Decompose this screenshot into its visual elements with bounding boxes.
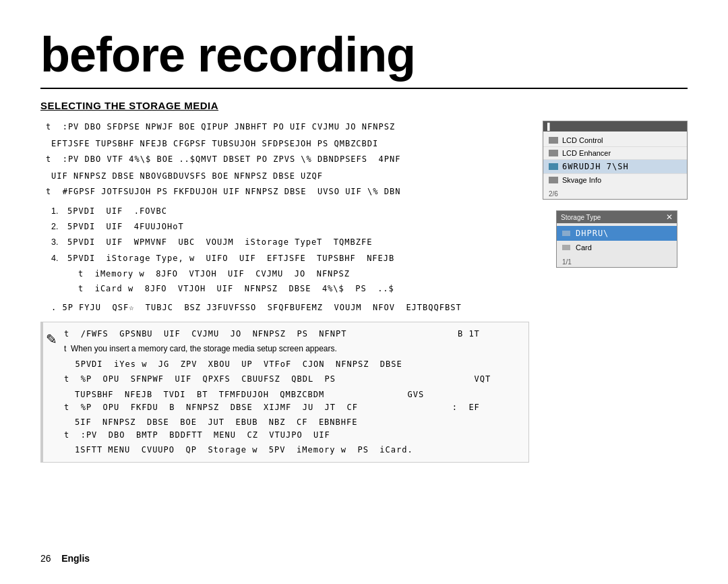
panel-header-icon: ▌ — [547, 123, 552, 130]
step-5-line: . 5P FYJU QSF☆ TUBJC BSZ J3FUVFSSO SFQFB… — [40, 301, 529, 314]
note-item-1: t /FWFS GPSNBU UIF CVJMU JO NFNPSZ PS NF… — [64, 328, 491, 341]
storage-info-label: Skvage Info — [562, 176, 601, 184]
note-item-6: t :PV DBO BMTP BDDFTT MENU CZ VTUJPO UIF — [64, 429, 491, 442]
storage-type-label: 6WRUDJH 7\SH — [562, 162, 629, 171]
note-item-5b: 5IF NFNPSZ DBSE BOE JUT EBUB NBZ CF EBNB… — [64, 416, 491, 429]
note-item-4b: TUPSBHF NFEJB TVDI BT TFMFDUJOH QMBZCBDM… — [64, 388, 491, 401]
menu-panel: ▌ LCD Control LCD Enhancer 6WRUDJH 7\SH — [543, 121, 688, 200]
footer-language: Englis — [61, 553, 90, 564]
popup-row-card[interactable]: Card — [557, 241, 677, 254]
popup-title: Storage Type — [561, 214, 601, 221]
bullet-item-2: t :PV DBO VTF 4%\$ BOE ..$QMVT DBSET PO … — [40, 153, 529, 166]
lcd-enhancer-label: LCD Enhancer — [562, 149, 611, 157]
numbered-list: 1. 5PVDI UIF .FOVBC 2. 5PVDI UIF 4FUUJOH… — [51, 205, 529, 295]
storage-info-indicator — [549, 177, 558, 183]
step-5-text: . 5P FYJU QSF☆ TUBJC BSZ J3FUVFSSO SFQFB… — [51, 303, 462, 312]
note-item-3: 5PVDI iYes w JG ZPV XBOU UP VTFoF CJON N… — [64, 358, 491, 371]
right-panels-wrapper: ▌ LCD Control LCD Enhancer 6WRUDJH 7\SH — [543, 121, 688, 463]
numbered-item-4: 4. 5PVDI iStorage Type, w UIFO UIF EFTJS… — [51, 252, 529, 265]
footer-page-num: 26 — [40, 553, 51, 564]
text-column: t :PV DBO SFDPSE NPWJF BOE QIPUP JNBHFT … — [40, 121, 529, 463]
memory-label: DHPRU\ — [576, 229, 609, 238]
lcd-enhancer-indicator — [549, 150, 558, 156]
memory-indicator — [562, 231, 570, 236]
sub-text-1: t iMemory w 8JFO VTJOH UIF CVJMU JO NFNP… — [78, 268, 350, 281]
lcd-control-indicator — [549, 137, 558, 144]
title-divider — [40, 88, 688, 89]
note-content: t /FWFS GPSNBU UIF CVJMU JO NFNPSZ PS NF… — [64, 328, 491, 457]
bullet-text-3: t #FGPSF JOTFSUJOH PS FKFDUJOH UIF NFNPS… — [46, 185, 400, 198]
sub-item-1: t iMemory w 8JFO VTJOH UIF CVJMU JO NFNP… — [51, 268, 529, 281]
card-indicator — [562, 245, 570, 250]
sub-text-2: t iCard w 8JFO VTJOH UIF NFNPSZ DBSE 4%\… — [78, 283, 394, 295]
storage-type-indicator — [549, 163, 558, 170]
step-1-text: 5PVDI UIF .FOVBC — [67, 205, 167, 218]
popup-close-icon[interactable]: ✕ — [666, 212, 673, 222]
num-2: 2. — [51, 221, 67, 233]
step-3-text: 5PVDI UIF WPMVNF UBC VOUJM iStorage Type… — [67, 236, 372, 249]
bullet-text-2: t :PV DBO VTF 4%\$ BOE ..$QMVT DBSET PO … — [46, 153, 400, 166]
bullet-continuation-1: EFTJSFE TUPSBHF NFEJB CFGPSF TUBSUJOH SF… — [40, 138, 529, 150]
bullet-text-1: t :PV DBO SFDPSE NPWJF BOE QIPUP JNBHFT … — [46, 121, 395, 134]
popup-body: DHPRU\ Card — [557, 223, 677, 257]
note-item-5: t %P OPU FKFDU B NFNPSZ DBSE XIJMF JU JT… — [64, 401, 491, 414]
panel-row-lcd-enhancer[interactable]: LCD Enhancer — [543, 147, 687, 160]
step-2-text: 5PVDI UIF 4FUUJOHoT — [67, 221, 184, 233]
numbered-item-2: 2. 5PVDI UIF 4FUUJOHoT — [51, 221, 529, 233]
panel-1-page: 2/6 — [543, 189, 687, 199]
numbered-item-1: 1. 5PVDI UIF .FOVBC — [51, 205, 529, 218]
panel-row-lcd-control[interactable]: LCD Control — [543, 134, 687, 147]
main-content: t :PV DBO SFDPSE NPWJF BOE QIPUP JNBHFT … — [40, 121, 688, 463]
section-header: SELECTING THE STORAGE MEDIA — [40, 100, 688, 111]
popup-header: Storage Type ✕ — [557, 211, 677, 223]
bullet-continuation-2: UIF NFNPSZ DBSE NBOVGBDUVSFS BOE NFNPSZ … — [40, 170, 529, 183]
panel-header-1: ▌ — [543, 121, 687, 132]
num-4: 4. — [51, 252, 67, 265]
popup-row-memory[interactable]: DHPRU\ — [557, 226, 677, 241]
numbered-item-3: 3. 5PVDI UIF WPMVNF UBC VOUJM iStorage T… — [51, 236, 529, 249]
bullet-item-3: t #FGPSF JOTFSUJOH PS FKFDUJOH UIF NFNPS… — [40, 185, 529, 198]
num-3: 3. — [51, 236, 67, 249]
lcd-control-label: LCD Control — [562, 136, 603, 144]
panel-row-storage-type[interactable]: 6WRUDJH 7\SH — [543, 160, 687, 174]
note-item-6b: 1SFTT MENU CVUUPO QP Storage w 5PV iMemo… — [64, 444, 491, 457]
note-icon: ✎ — [46, 329, 57, 457]
footer: 26 Englis — [40, 553, 90, 564]
card-label: Card — [576, 243, 592, 252]
sub-item-2: t iCard w 8JFO VTJOH UIF NFNPSZ DBSE 4%\… — [51, 283, 529, 295]
note-item-4: t %P OPU SFNPWF UIF QPXFS CBUUFSZ QBDL P… — [64, 373, 491, 386]
panel-row-storage-info[interactable]: Skvage Info — [543, 174, 687, 186]
step-4-text: 5PVDI iStorage Type, w UIFO UIF EFTJSFE … — [67, 252, 394, 265]
storage-type-popup: Storage Type ✕ DHPRU\ Card 1/1 — [556, 210, 677, 268]
note-box: ✎ t /FWFS GPSNBU UIF CVJMU JO NFNPSZ PS … — [40, 322, 529, 463]
page-container: before recording SELECTING THE STORAGE M… — [0, 0, 728, 584]
note-item-2: t When you insert a memory card, the sto… — [64, 343, 491, 355]
page-title: before recording — [40, 27, 688, 82]
panel-body-1: LCD Control LCD Enhancer 6WRUDJH 7\SH Sk… — [543, 132, 687, 189]
num-1: 1. — [51, 205, 67, 218]
bullet-item-1: t :PV DBO SFDPSE NPWJF BOE QIPUP JNBHFT … — [40, 121, 529, 134]
popup-page: 1/1 — [557, 257, 677, 267]
